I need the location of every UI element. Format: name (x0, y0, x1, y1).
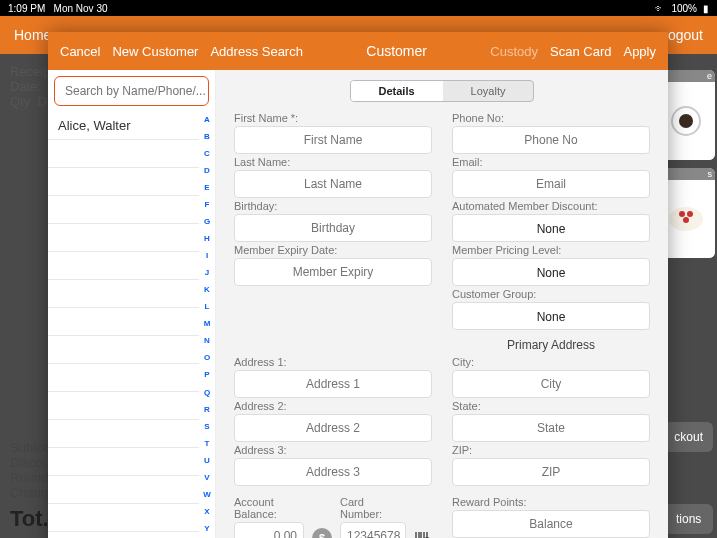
modal-title: Customer (303, 43, 490, 59)
alpha-letter[interactable]: M (201, 320, 213, 328)
alpha-letter[interactable]: Q (201, 389, 213, 397)
app-root: Home ogout Receip Date: Qty D e s Subtot… (0, 16, 717, 538)
alpha-letter[interactable]: G (201, 218, 213, 226)
alpha-letter[interactable]: X (201, 508, 213, 516)
account-balance-input[interactable] (234, 522, 304, 538)
dollar-icon[interactable]: $ (312, 528, 332, 538)
list-item[interactable] (48, 364, 199, 392)
list-item[interactable] (48, 336, 199, 364)
birthday-input[interactable] (234, 214, 432, 242)
list-item[interactable] (48, 140, 199, 168)
alpha-index[interactable]: ABCDEFGHIJKLMNOPQRSTUVWXYZ (201, 116, 213, 538)
list-item[interactable]: Alice, Walter (48, 112, 199, 140)
list-item[interactable] (48, 420, 199, 448)
alpha-letter[interactable]: Y (201, 525, 213, 533)
alpha-letter[interactable]: W (201, 491, 213, 499)
address3-input[interactable] (234, 458, 432, 486)
new-customer-button[interactable]: New Customer (112, 44, 198, 59)
email-input[interactable] (452, 170, 650, 198)
last-name-input[interactable] (234, 170, 432, 198)
alpha-letter[interactable]: J (201, 269, 213, 277)
bg-logout[interactable]: ogout (668, 27, 703, 43)
address1-input[interactable] (234, 370, 432, 398)
segment-control[interactable]: Details Loyalty (350, 80, 535, 102)
address2-input[interactable] (234, 414, 432, 442)
cake-icon (669, 207, 703, 231)
alpha-letter[interactable]: O (201, 354, 213, 362)
alpha-letter[interactable]: D (201, 167, 213, 175)
city-input[interactable] (452, 370, 650, 398)
phone-input[interactable] (452, 126, 650, 154)
custody-button[interactable]: Custody (490, 44, 538, 59)
first-name-input[interactable] (234, 126, 432, 154)
scan-card-button[interactable]: Scan Card (550, 44, 611, 59)
alpha-letter[interactable]: N (201, 337, 213, 345)
alpha-letter[interactable]: S (201, 423, 213, 431)
alpha-letter[interactable]: F (201, 201, 213, 209)
list-item[interactable] (48, 252, 199, 280)
apply-button[interactable]: Apply (623, 44, 656, 59)
member-expiry-input[interactable] (234, 258, 432, 286)
checkout-button[interactable]: ckout (664, 422, 713, 452)
customer-form: Details Loyalty First Name *: Last Name:… (216, 70, 668, 538)
alpha-letter[interactable]: V (201, 474, 213, 482)
customer-list-panel: Alice, Walter ABCDEFGHIJKLMNOPQRSTUVWXYZ (48, 70, 216, 538)
reward-points-input[interactable] (452, 510, 650, 538)
list-item[interactable] (48, 196, 199, 224)
zip-input[interactable] (452, 458, 650, 486)
list-item[interactable] (48, 448, 199, 476)
alpha-letter[interactable]: B (201, 133, 213, 141)
status-bar: 1:09 PM Mon Nov 30 ᯤ 100% ▮ (0, 0, 717, 16)
customer-modal: Cancel New Customer Address Search Custo… (48, 32, 668, 538)
list-item[interactable] (48, 308, 199, 336)
coffee-icon (671, 106, 701, 136)
customer-list[interactable]: Alice, Walter ABCDEFGHIJKLMNOPQRSTUVWXYZ (48, 112, 215, 538)
alpha-letter[interactable]: C (201, 150, 213, 158)
alpha-letter[interactable]: A (201, 116, 213, 124)
alpha-letter[interactable]: T (201, 440, 213, 448)
list-item[interactable] (48, 280, 199, 308)
address-search-button[interactable]: Address Search (210, 44, 303, 59)
list-item[interactable] (48, 224, 199, 252)
bg-qty: Qty (10, 94, 30, 109)
list-item[interactable] (48, 168, 199, 196)
auto-discount-select[interactable]: None (452, 214, 650, 242)
tab-details[interactable]: Details (351, 81, 443, 101)
primary-address-title: Primary Address (452, 338, 650, 352)
list-item[interactable] (48, 392, 199, 420)
status-time: 1:09 PM (8, 3, 45, 14)
search-box[interactable] (54, 76, 209, 106)
search-input[interactable] (65, 84, 215, 98)
pricing-level-select[interactable]: None (452, 258, 650, 286)
battery-icon: ▮ (703, 3, 709, 14)
battery-text: 100% (671, 3, 697, 14)
bg-home[interactable]: Home (14, 27, 51, 43)
status-date: Mon Nov 30 (54, 3, 108, 14)
list-item[interactable] (48, 476, 199, 504)
card-number-input[interactable] (340, 522, 406, 538)
alpha-letter[interactable]: U (201, 457, 213, 465)
alpha-letter[interactable]: P (201, 371, 213, 379)
list-item[interactable] (48, 504, 199, 532)
state-input[interactable] (452, 414, 650, 442)
tab-loyalty[interactable]: Loyalty (443, 81, 534, 101)
options-button[interactable]: tions (664, 504, 713, 534)
alpha-letter[interactable]: E (201, 184, 213, 192)
barcode-icon[interactable] (414, 529, 432, 538)
alpha-letter[interactable]: I (201, 252, 213, 260)
alpha-letter[interactable]: L (201, 303, 213, 311)
customer-group-select[interactable]: None (452, 302, 650, 330)
wifi-icon: ᯤ (655, 3, 665, 14)
alpha-letter[interactable]: R (201, 406, 213, 414)
list-item[interactable] (48, 532, 199, 538)
alpha-letter[interactable]: K (201, 286, 213, 294)
modal-nav: Cancel New Customer Address Search Custo… (48, 32, 668, 70)
bg-desc: D (37, 94, 46, 109)
cancel-button[interactable]: Cancel (60, 44, 100, 59)
alpha-letter[interactable]: H (201, 235, 213, 243)
